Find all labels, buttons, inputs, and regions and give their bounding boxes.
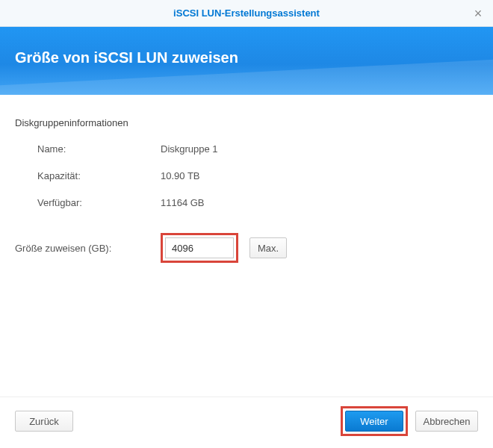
footer: Zurück Weiter Abbrechen bbox=[0, 396, 493, 448]
diskgroup-info: Name: Diskgruppe 1 Kapazität: 10.90 TB V… bbox=[37, 140, 478, 211]
titlebar: iSCSI LUN-Erstellungsassistent × bbox=[0, 0, 493, 27]
name-label: Name: bbox=[37, 143, 161, 155]
next-button[interactable]: Weiter bbox=[345, 411, 403, 432]
row-available: Verfügbar: 11164 GB bbox=[37, 194, 478, 211]
capacity-value: 10.90 TB bbox=[161, 170, 200, 181]
available-value: 11164 GB bbox=[161, 197, 205, 208]
size-highlight bbox=[161, 233, 238, 263]
close-icon[interactable]: × bbox=[472, 7, 484, 19]
row-capacity: Kapazität: 10.90 TB bbox=[37, 167, 478, 184]
cancel-button[interactable]: Abbrechen bbox=[415, 411, 478, 432]
page-title: Größe von iSCSI LUN zuweisen bbox=[15, 49, 478, 66]
next-highlight: Weiter bbox=[341, 406, 408, 436]
max-button[interactable]: Max. bbox=[249, 237, 287, 258]
size-label: Größe zuweisen (GB): bbox=[15, 243, 161, 254]
hero-banner: Größe von iSCSI LUN zuweisen bbox=[0, 27, 493, 95]
row-name: Name: Diskgruppe 1 bbox=[37, 140, 478, 157]
available-label: Verfügbar: bbox=[37, 197, 161, 208]
size-row: Größe zuweisen (GB): Max. bbox=[15, 233, 478, 263]
diskgroup-section-label: Diskgruppeninformationen bbox=[15, 117, 478, 128]
window-title: iSCSI LUN-Erstellungsassistent bbox=[173, 7, 320, 19]
capacity-label: Kapazität: bbox=[37, 170, 161, 181]
back-button[interactable]: Zurück bbox=[15, 411, 73, 432]
size-input[interactable] bbox=[165, 237, 234, 258]
footer-right: Weiter Abbrechen bbox=[341, 406, 478, 436]
content-area: Diskgruppeninformationen Name: Diskgrupp… bbox=[0, 95, 493, 278]
name-value: Diskgruppe 1 bbox=[161, 143, 218, 155]
